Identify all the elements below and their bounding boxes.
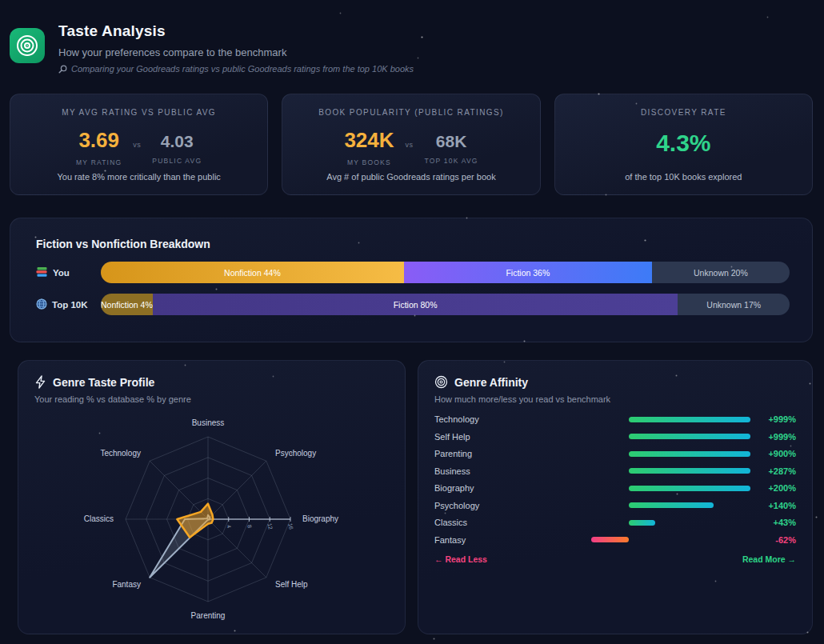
stat-primary-value: 4.3%: [656, 130, 710, 157]
radar-category-label: Psychology: [275, 449, 316, 458]
page-title: Taste Analysis: [58, 22, 414, 40]
affinity-row: Psychology+140%: [434, 501, 796, 510]
affinity-value: +999%: [751, 432, 796, 442]
stat-card-book-popularity: BOOK POPULARITY (PUBLIC RATINGS) 324K MY…: [282, 94, 540, 195]
affinity-bar: [629, 502, 714, 508]
breakdown-row-label: You: [36, 266, 101, 279]
segment-label: Nonfiction 44%: [224, 268, 281, 278]
segment-label: Unknown 20%: [694, 268, 748, 278]
radar-category-label: Biography: [302, 514, 338, 523]
stat-primary-value: 3.69: [76, 128, 122, 153]
target-icon: [434, 375, 448, 389]
stacked-bar: Nonfiction 4%Fiction 80%Unknown 17%: [101, 294, 790, 315]
fiction-breakdown-panel: Fiction vs Nonfiction Breakdown YouNonfi…: [10, 218, 813, 342]
bar-segment-unknown: Unknown 17%: [678, 294, 790, 315]
affinity-bar: [629, 451, 750, 457]
affinity-row: Technology+999%: [434, 414, 796, 423]
stat-primary-label: MY RATING: [76, 158, 122, 166]
radar-category-label: Business: [192, 418, 225, 427]
page-header: Taste Analysis How your preferences comp…: [10, 22, 414, 74]
segment-label: Fiction 80%: [394, 300, 438, 310]
affinity-bar-track: [591, 486, 751, 491]
stat-card-title: BOOK POPULARITY (PUBLIC RATINGS): [318, 108, 504, 117]
target-app-icon: [10, 28, 45, 63]
page-note: Comparing your Goodreads ratings vs publ…: [58, 64, 414, 74]
affinity-bar: [629, 486, 750, 491]
breakdown-rows: YouNonfiction 44%Fiction 36%Unknown 20%T…: [36, 262, 790, 315]
breakdown-row: YouNonfiction 44%Fiction 36%Unknown 20%: [36, 262, 790, 283]
affinity-value: +140%: [751, 501, 796, 510]
stat-card-footer: Avg # of public Goodreads ratings per bo…: [326, 172, 495, 182]
affinity-bar: [591, 537, 629, 542]
genre-affinity-panel: Genre Affinity How much more/less you re…: [418, 360, 813, 634]
affinity-genre-label: Business: [434, 466, 591, 476]
affinity-bar-track: [591, 520, 751, 526]
stat-card-title: MY AVG RATING VS PUBLIC AVG: [62, 108, 216, 117]
bar-segment-fiction: Fiction 80%: [153, 294, 678, 315]
stat-cards-row: MY AVG RATING VS PUBLIC AVG 3.69 MY RATI…: [10, 94, 813, 195]
breakdown-row: Top 10KNonfiction 4%Fiction 80%Unknown 1…: [36, 294, 790, 315]
affinity-genre-label: Biography: [434, 483, 591, 493]
breakdown-title: Fiction vs Nonfiction Breakdown: [36, 238, 790, 250]
breakdown-row-label: Top 10K: [36, 298, 101, 311]
bar-segment-unknown: Unknown 20%: [652, 262, 790, 283]
stat-primary-label: MY BOOKS: [344, 158, 394, 166]
affinity-genre-label: Fantasy: [434, 535, 591, 545]
affinity-bar-track: [591, 434, 751, 439]
bar-segment-nonfiction: Nonfiction 4%: [101, 294, 153, 315]
read-more-label: Read More →: [742, 554, 796, 564]
affinity-rows: Technology+999%Self Help+999%Parenting+9…: [434, 414, 796, 544]
vs-label: vs: [406, 141, 414, 149]
bottom-panels: Genre Taste Profile Your reading % vs da…: [18, 360, 813, 634]
stat-secondary-label: PUBLIC AVG: [152, 157, 202, 165]
radar-tick-label: 8: [246, 524, 253, 528]
radar-category-label: Self Help: [275, 580, 308, 589]
stat-secondary-value: 4.03: [152, 132, 202, 151]
affinity-bar-track: [591, 537, 751, 542]
books-icon: [36, 266, 48, 279]
panel-title: Genre Taste Profile: [53, 376, 154, 389]
affinity-value: +43%: [751, 518, 796, 527]
radar-category-label: Classics: [84, 514, 114, 523]
row-name: You: [53, 268, 70, 278]
affinity-row: Classics+43%: [434, 518, 796, 526]
affinity-legend: ← Read Less Read More →: [434, 554, 796, 564]
affinity-value: +999%: [751, 414, 796, 424]
row-name: Top 10K: [52, 300, 88, 310]
page-subtitle: How your preferences compare to the benc…: [58, 46, 414, 58]
panel-header: Genre Affinity: [434, 375, 796, 389]
affinity-value: -62%: [751, 535, 796, 545]
affinity-bar: [629, 434, 750, 439]
panel-subtitle: Your reading % vs database % by genre: [34, 394, 389, 404]
affinity-bar: [629, 468, 750, 474]
panel-title: Genre Affinity: [454, 376, 528, 389]
globe-icon: [36, 298, 47, 311]
radar-tick-label: 4: [226, 524, 232, 528]
affinity-bar-track: [591, 468, 751, 474]
radar-tick-label: 12: [267, 522, 274, 530]
radar-category-label: Parenting: [191, 611, 226, 620]
stat-card-footer: of the top 10K books explored: [625, 172, 742, 182]
affinity-row: Fantasy-62%: [434, 535, 796, 544]
affinity-genre-label: Technology: [434, 414, 591, 424]
radar-chart: 481216BusinessPsychologyBiographySelf He…: [18, 409, 406, 635]
affinity-bar-track: [591, 502, 751, 508]
segment-label: Unknown 17%: [706, 300, 761, 310]
affinity-row: Self Help+999%: [434, 432, 796, 441]
stat-primary-value: 324K: [344, 128, 394, 153]
bullseye-icon: [15, 34, 39, 58]
stat-secondary-label: TOP 10K AVG: [425, 157, 478, 165]
affinity-value: +287%: [751, 466, 796, 476]
stat-card-discovery-rate: DISCOVERY RATE 4.3% of the top 10K books…: [554, 94, 813, 195]
affinity-row: Business+287%: [434, 466, 796, 475]
affinity-bar-track: [591, 451, 751, 457]
magnifier-icon: [58, 65, 67, 74]
affinity-row: Parenting+900%: [434, 449, 796, 458]
stat-card-footer: You rate 8% more critically than the pub…: [57, 172, 220, 182]
stat-secondary-value: 68K: [425, 132, 478, 151]
affinity-genre-label: Self Help: [434, 432, 591, 442]
stat-card-avg-rating: MY AVG RATING VS PUBLIC AVG 3.69 MY RATI…: [10, 94, 268, 195]
segment-label: Fiction 36%: [506, 268, 550, 278]
bar-segment-nonfiction: Nonfiction 44%: [101, 262, 404, 283]
affinity-bar: [629, 417, 750, 422]
